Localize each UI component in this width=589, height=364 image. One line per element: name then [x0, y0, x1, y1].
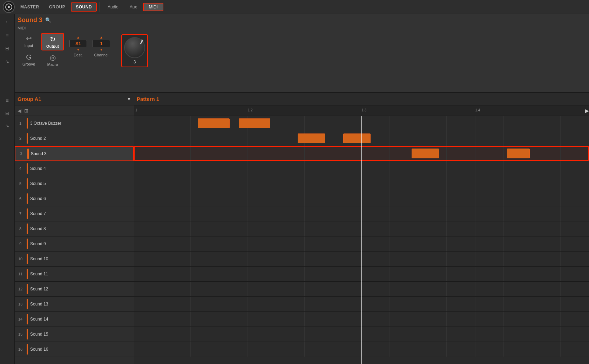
tab-audio[interactable]: Audio [103, 4, 123, 11]
pattern-block[interactable] [412, 149, 439, 158]
velocity-knob[interactable]: ↑ [124, 37, 145, 58]
track-row[interactable]: 10 Sound 10 [15, 252, 134, 267]
grid-col [219, 146, 248, 161]
tab-group[interactable]: GROUP [45, 3, 70, 11]
tab-midi[interactable]: MIDI [143, 3, 163, 11]
grid-col [219, 176, 248, 191]
pattern-row[interactable] [134, 252, 589, 267]
grid-lines [134, 342, 589, 357]
grid-col [276, 116, 305, 131]
track-row[interactable]: 4 Sound 4 [15, 161, 134, 176]
search-icon[interactable]: 🔍 [45, 17, 51, 23]
track-row[interactable]: 3 Sound 3 [15, 146, 134, 161]
pattern-row[interactable] [134, 312, 589, 327]
pattern-row[interactable] [134, 297, 589, 312]
dest-down-arrow[interactable]: ▼ [76, 48, 80, 51]
track-row[interactable]: 2 Sound 2 [15, 131, 134, 146]
pattern-block[interactable] [239, 118, 271, 128]
track-number: 4 [16, 166, 25, 171]
sidebar-menu-icon[interactable]: ≡ [2, 30, 12, 40]
pattern-block[interactable] [343, 133, 371, 143]
sidebar-wave-icon[interactable]: ∿ [2, 57, 12, 67]
track-row[interactable]: 13 Sound 13 [15, 297, 134, 312]
grid-col [361, 282, 390, 296]
grid-col [418, 131, 447, 146]
pattern-row[interactable] [134, 267, 589, 282]
pattern-row[interactable] [134, 221, 589, 236]
grid-col [248, 206, 276, 221]
macro-button[interactable]: ◎ Macro [41, 52, 64, 68]
tab-aux[interactable]: Aux [125, 4, 142, 11]
track-color-bar [27, 254, 28, 264]
track-row[interactable]: 12 Sound 12 [15, 282, 134, 297]
channel-up-arrow[interactable]: ▲ [100, 36, 103, 39]
pattern-row[interactable] [134, 236, 589, 252]
channel-value[interactable]: 1 [93, 40, 110, 47]
grid-col [162, 327, 191, 342]
grid-col [162, 221, 191, 236]
grid-col [447, 161, 475, 176]
tab-sound[interactable]: SOUND [71, 2, 97, 12]
channel-control: ▲ 1 ▼ Channel [93, 36, 110, 57]
main-sidebar-icon-3[interactable]: ∿ [2, 121, 12, 131]
grid-col [219, 312, 248, 327]
grid-col [418, 161, 447, 176]
pattern-row[interactable] [134, 342, 589, 357]
track-row[interactable]: 15 Sound 15 [15, 327, 134, 342]
channel-down-arrow[interactable]: ▼ [100, 48, 103, 51]
grid-col [219, 252, 248, 266]
pattern-row[interactable] [134, 116, 589, 131]
main-sidebar-icon-2[interactable]: ⊟ [2, 108, 12, 118]
pattern-block[interactable] [298, 133, 325, 143]
group-dropdown[interactable]: ▼ [127, 97, 131, 102]
track-row[interactable]: 1 3 Octave Buzzer [15, 116, 134, 131]
track-name: Sound 13 [30, 302, 48, 307]
grid-col [219, 221, 248, 236]
track-row[interactable]: 7 Sound 7 [15, 206, 134, 221]
tab-master[interactable]: MASTER [16, 3, 43, 11]
pattern-row[interactable] [134, 206, 589, 221]
pattern-row[interactable] [134, 282, 589, 297]
grid-col [162, 176, 191, 191]
nav-divider [100, 2, 100, 12]
groove-button[interactable]: G Groove [18, 52, 40, 68]
track-row[interactable]: 9 Sound 9 [15, 236, 134, 252]
pattern-row[interactable] [134, 131, 589, 146]
pattern-row[interactable] [134, 161, 589, 176]
input-button[interactable]: ↩ Input [18, 33, 40, 50]
track-row[interactable]: 5 Sound 5 [15, 176, 134, 191]
track-row[interactable]: 6 Sound 6 [15, 191, 134, 206]
pattern-row[interactable] [134, 327, 589, 342]
grid-col [504, 176, 532, 191]
pattern-block[interactable] [507, 149, 530, 158]
grid-lines [134, 206, 589, 221]
output-button[interactable]: ↻ Output [41, 33, 64, 50]
logo-icon [5, 4, 12, 11]
pattern-row[interactable] [134, 146, 589, 161]
pattern-block[interactable] [198, 118, 230, 128]
logo-button[interactable] [3, 1, 15, 13]
grid-col [305, 342, 333, 357]
dest-up-arrow[interactable]: ▲ [76, 36, 80, 39]
track-row[interactable]: 11 Sound 11 [15, 267, 134, 282]
track-name: Sound 14 [30, 317, 48, 322]
track-row[interactable]: 8 Sound 8 [15, 221, 134, 236]
grid-icon[interactable]: ⊞ [24, 108, 28, 114]
track-row[interactable]: 16 Sound 16 [15, 342, 134, 357]
pattern-row[interactable] [134, 191, 589, 206]
grid-col [390, 297, 418, 311]
grid-col [134, 221, 162, 236]
sidebar-lines-icon[interactable]: ⊟ [2, 43, 12, 53]
dest-value[interactable]: S1 [69, 40, 87, 47]
mute-icon[interactable]: ◀ [18, 108, 21, 114]
sidebar-back-icon[interactable]: ← [2, 17, 12, 27]
track-color-bar [27, 149, 29, 159]
pattern-row[interactable] [134, 176, 589, 191]
grid-col [134, 252, 162, 266]
track-number: 5 [16, 181, 25, 186]
main-sidebar-icon-1[interactable]: ≡ [2, 96, 12, 105]
grid-col [475, 282, 504, 296]
track-name: 3 Octave Buzzer [30, 121, 61, 126]
track-row[interactable]: 14 Sound 14 [15, 312, 134, 327]
grid-col [532, 312, 561, 327]
